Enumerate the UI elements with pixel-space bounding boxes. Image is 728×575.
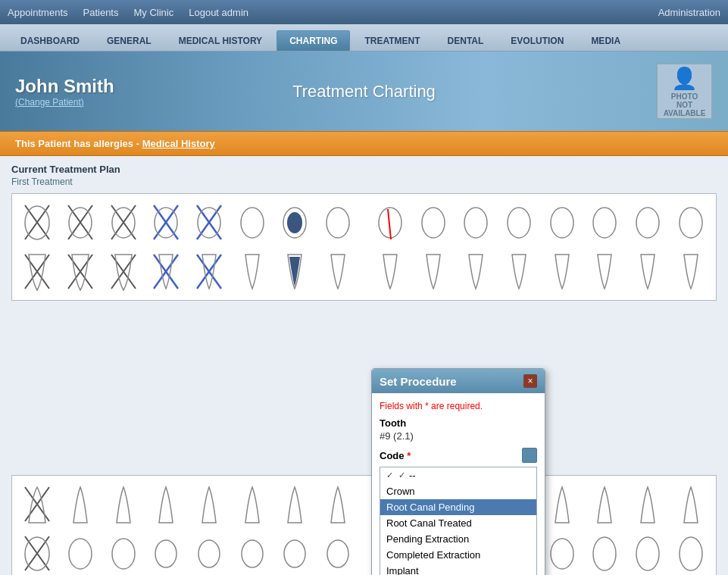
nav-logout[interactable]: Logout admin [189, 7, 248, 18]
tab-treatment[interactable]: TREATMENT [352, 30, 433, 51]
allergy-banner: This Patient has allergies - Medical His… [0, 131, 728, 156]
tooth-18[interactable] [628, 480, 667, 529]
svg-point-57 [680, 537, 702, 570]
tooth-28[interactable] [189, 480, 229, 529]
svg-point-23 [508, 208, 530, 238]
color-picker[interactable] [522, 448, 537, 463]
tooth-3[interactable] [104, 198, 143, 247]
required-note: Fields with * are required. [380, 401, 537, 411]
patient-header: John Smith (Change Patient) Treatment Ch… [0, 52, 728, 131]
tooth-3-root[interactable] [104, 247, 143, 296]
tooth-16-root[interactable] [671, 247, 711, 296]
tooth-19[interactable] [585, 480, 624, 529]
popup-close-button[interactable]: × [523, 374, 537, 388]
tooth-17-crown[interactable] [671, 529, 711, 575]
tooth-20[interactable] [542, 480, 582, 529]
tooth-20-crown[interactable] [542, 529, 582, 575]
tooth-25[interactable] [318, 480, 358, 529]
tooth-9[interactable] [370, 198, 410, 247]
patient-info: John Smith (Change Patient) [15, 76, 114, 108]
code-dropdown[interactable]: ✓ -- Crown Root Canal Pending Root Canal… [380, 467, 537, 575]
tooth-5-root[interactable] [189, 247, 229, 296]
top-nav: Appointments Patients My Clinic Logout a… [0, 0, 728, 24]
svg-point-17 [287, 212, 302, 233]
photo-line3: AVAILABLE [664, 109, 706, 117]
svg-point-45 [155, 540, 177, 567]
allergy-text: This Patient has allergies - [15, 138, 142, 149]
allergy-link[interactable]: Medical History [142, 138, 215, 149]
dental-chart-top [11, 193, 717, 301]
tab-medical-history[interactable]: MEDICAL HISTORY [166, 30, 275, 51]
tooth-28-crown[interactable] [189, 529, 229, 575]
tooth-17[interactable] [671, 480, 711, 529]
tab-dental[interactable]: DENTAL [435, 30, 497, 51]
tooth-16[interactable] [671, 198, 711, 247]
tooth-26[interactable] [275, 480, 314, 529]
change-patient-link[interactable]: (Change Patient) [15, 97, 114, 108]
tooth-13[interactable] [542, 198, 582, 247]
tooth-13-root[interactable] [542, 247, 582, 296]
tooth-27-crown[interactable] [233, 529, 272, 575]
tooth-1-root[interactable] [17, 247, 57, 296]
tooth-14-root[interactable] [585, 247, 624, 296]
tooth-5[interactable] [189, 198, 229, 247]
nav-my-clinic[interactable]: My Clinic [133, 7, 173, 18]
tooth-12-root[interactable] [499, 247, 539, 296]
tab-evolution[interactable]: EVOLUTION [498, 30, 576, 51]
svg-line-20 [388, 209, 391, 239]
svg-point-18 [327, 208, 349, 238]
tab-dashboard[interactable]: DASHBOARD [8, 30, 92, 51]
tooth-10-root[interactable] [414, 247, 453, 296]
tooth-7-root[interactable] [275, 247, 314, 296]
option-root-canal-pending[interactable]: Root Canal Pending [380, 499, 536, 515]
option-blank[interactable]: ✓ -- [380, 467, 536, 483]
tooth-32-crown[interactable] [17, 529, 57, 575]
tooth-2[interactable] [61, 198, 100, 247]
tooth-32[interactable] [17, 480, 57, 529]
option-root-canal-treated[interactable]: Root Canal Treated [380, 515, 536, 531]
tooth-1[interactable] [17, 198, 57, 247]
tooth-10[interactable] [414, 198, 453, 247]
tooth-19-crown[interactable] [585, 529, 624, 575]
nav-appointments[interactable]: Appointments [8, 7, 68, 18]
tab-charting[interactable]: CHARTING [277, 30, 350, 51]
option-implant[interactable]: Implant [380, 563, 536, 575]
tooth-30[interactable] [104, 480, 143, 529]
lower-crown-row [16, 529, 712, 575]
tooth-30-crown[interactable] [104, 529, 143, 575]
tooth-31[interactable] [61, 480, 100, 529]
option-crown[interactable]: Crown [380, 483, 536, 499]
tab-bar: DASHBOARD GENERAL MEDICAL HISTORY CHARTI… [0, 24, 728, 52]
tooth-7[interactable] [275, 198, 314, 247]
tooth-29[interactable] [146, 480, 186, 529]
tooth-4[interactable] [146, 198, 186, 247]
popup-container: Set Procedure × Fields with * are requir… [371, 368, 545, 575]
tooth-8-root[interactable] [318, 247, 358, 296]
tooth-8[interactable] [318, 198, 358, 247]
tooth-6-root[interactable] [233, 247, 272, 296]
tooth-12[interactable] [499, 198, 539, 247]
option-completed-extraction[interactable]: Completed Extraction [380, 547, 536, 563]
tab-general[interactable]: GENERAL [94, 30, 164, 51]
nav-patients[interactable]: Patients [83, 7, 119, 18]
tooth-26-crown[interactable] [275, 529, 314, 575]
page-title: Treatment Charting [292, 82, 436, 102]
tooth-29-crown[interactable] [146, 529, 186, 575]
tooth-15[interactable] [628, 198, 667, 247]
tab-media[interactable]: MEDIA [578, 30, 633, 51]
tooth-31-crown[interactable] [61, 529, 100, 575]
tooth-15-root[interactable] [628, 247, 667, 296]
tooth-25-crown[interactable] [318, 529, 358, 575]
tooth-9-root[interactable] [370, 247, 410, 296]
svg-point-15 [241, 208, 264, 238]
tooth-4-root[interactable] [146, 247, 186, 296]
svg-point-21 [422, 208, 445, 238]
tooth-11[interactable] [456, 198, 495, 247]
tooth-18-crown[interactable] [628, 529, 667, 575]
tooth-11-root[interactable] [456, 247, 495, 296]
tooth-6[interactable] [233, 198, 272, 247]
tooth-14[interactable] [585, 198, 624, 247]
tooth-27[interactable] [233, 480, 272, 529]
tooth-2-root[interactable] [61, 247, 100, 296]
option-pending-extraction[interactable]: Pending Extraction [380, 531, 536, 547]
